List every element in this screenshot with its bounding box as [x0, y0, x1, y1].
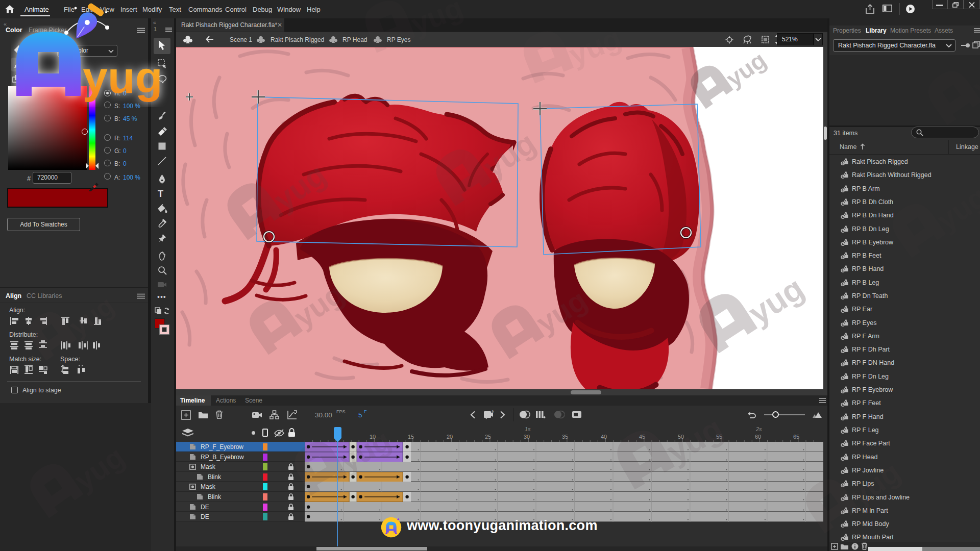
svg-text:50: 50 — [678, 434, 684, 440]
svg-text:10: 10 — [370, 434, 376, 440]
svg-text:35: 35 — [562, 434, 568, 440]
svg-text:25: 25 — [485, 434, 491, 440]
svg-text:40: 40 — [601, 434, 607, 440]
svg-text:15: 15 — [408, 434, 414, 440]
svg-text:60: 60 — [755, 434, 761, 440]
svg-text:30: 30 — [524, 434, 530, 440]
svg-text:65: 65 — [793, 434, 799, 440]
svg-text:55: 55 — [716, 434, 722, 440]
svg-text:1s: 1s — [525, 426, 531, 432]
svg-text:45: 45 — [639, 434, 645, 440]
svg-text:20: 20 — [447, 434, 453, 440]
svg-text:A: A — [492, 410, 494, 413]
svg-text:2s: 2s — [755, 426, 762, 432]
